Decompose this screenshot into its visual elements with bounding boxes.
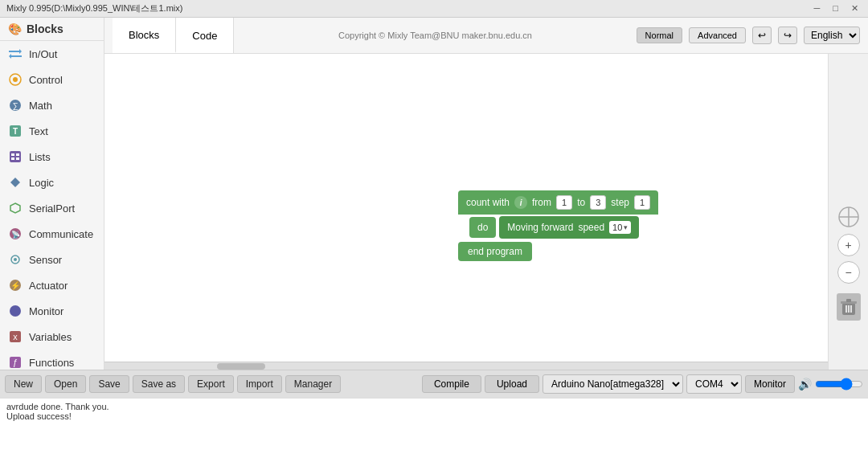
svg-point-20 xyxy=(14,258,17,261)
save-button[interactable]: Save xyxy=(89,375,129,393)
step-label: step xyxy=(611,197,629,208)
sidebar-item-functions[interactable]: ƒ Functions xyxy=(0,350,104,370)
svg-rect-35 xyxy=(846,299,851,302)
sidebar-item-label: Actuator xyxy=(29,280,68,292)
app-title: Mixly 0.995(D:\Mixly0.995_WIN\테스트1.mix) xyxy=(6,2,182,14)
bottom-toolbar: New Open Save Save as Export Import Mana… xyxy=(0,370,868,398)
sidebar-item-communicate[interactable]: 📡 Communicate xyxy=(0,221,104,247)
svg-marker-1 xyxy=(19,49,22,54)
communicate-icon: 📡 xyxy=(8,227,23,241)
top-bar-right: Normal Advanced ↩ ↪ English xyxy=(637,27,860,44)
moving-block[interactable]: Moving forward speed 10 ▾ xyxy=(499,216,639,239)
sidebar-item-label: In/Out xyxy=(29,48,57,60)
saveas-button[interactable]: Save as xyxy=(133,375,185,393)
copyright-text: Copyright © Mixly Team@BNU maker.bnu.edu… xyxy=(234,31,636,40)
console-line-1: avrdude done. Thank you. xyxy=(6,402,862,411)
window-controls: ─ □ ✕ xyxy=(811,2,862,14)
from-label: from xyxy=(532,197,551,208)
top-bar: Blocks Code Copyright © Mixly Team@BNU m… xyxy=(104,18,868,54)
maximize-button[interactable]: □ xyxy=(829,2,841,14)
zoom-out-icon[interactable]: − xyxy=(837,261,860,284)
sidebar-title: Blocks xyxy=(27,22,63,35)
tab-code[interactable]: Code xyxy=(176,18,234,53)
blocks-container: count with i from 1 to 3 step 1 do xyxy=(458,190,658,261)
svg-text:x: x xyxy=(13,332,18,341)
svg-text:ƒ: ƒ xyxy=(13,358,18,367)
blocks-icon: 🎨 xyxy=(8,22,22,35)
sensor-icon xyxy=(8,252,23,267)
new-button[interactable]: New xyxy=(5,375,42,393)
end-block[interactable]: end program xyxy=(458,242,532,261)
sidebar-item-math[interactable]: ∑ Math xyxy=(0,92,104,118)
import-button[interactable]: Import xyxy=(237,375,282,393)
to-value[interactable]: 3 xyxy=(590,195,606,210)
do-block: do xyxy=(469,217,496,238)
count-block[interactable]: count with i from 1 to 3 step 1 xyxy=(458,190,658,215)
upload-button[interactable]: Upload xyxy=(485,375,539,393)
sidebar-item-actuator[interactable]: ⚡ Actuator xyxy=(0,272,104,298)
sidebar-item-inout[interactable]: In/Out xyxy=(0,41,104,67)
speed-label: speed xyxy=(578,222,604,233)
svg-rect-10 xyxy=(10,151,21,162)
sidebar-item-control[interactable]: Control xyxy=(0,67,104,92)
svg-text:⚡: ⚡ xyxy=(10,280,21,291)
svg-text:T: T xyxy=(13,127,18,136)
redo-button[interactable]: ↪ xyxy=(778,27,797,44)
sidebar-item-lists[interactable]: Lists xyxy=(0,144,104,170)
speed-value[interactable]: 10 ▾ xyxy=(609,221,631,234)
export-button[interactable]: Export xyxy=(188,375,234,393)
lists-icon xyxy=(8,149,23,164)
port-selector[interactable]: COM4 xyxy=(686,374,742,394)
compile-button[interactable]: Compile xyxy=(422,375,481,393)
tab-blocks[interactable]: Blocks xyxy=(113,18,176,53)
sidebar-header: 🎨 Blocks xyxy=(0,18,104,41)
trash-icon[interactable] xyxy=(837,293,861,321)
count-prefix: count with xyxy=(466,197,510,208)
actuator-icon: ⚡ xyxy=(8,278,23,292)
sidebar-item-label: Text xyxy=(29,125,48,137)
language-selector[interactable]: English xyxy=(804,27,860,44)
monitor-button[interactable]: Monitor xyxy=(745,375,795,393)
right-panel: + − xyxy=(828,54,868,370)
sidebar-item-label: SerialPort xyxy=(29,202,75,215)
undo-button[interactable]: ↩ xyxy=(752,27,772,44)
board-selector[interactable]: Arduino Nano[atmega328] xyxy=(542,374,683,394)
sidebar-item-label: Math xyxy=(29,100,52,112)
sidebar-item-label: Variables xyxy=(29,331,72,343)
sidebar-item-label: Control xyxy=(29,74,63,86)
title-bar: Mixly 0.995(D:\Mixly0.995_WIN\테스트1.mix) … xyxy=(0,0,868,18)
svg-rect-12 xyxy=(16,153,19,156)
math-icon: ∑ xyxy=(8,98,23,112)
sidebar-item-monitor[interactable]: Monitor xyxy=(0,298,104,324)
svg-marker-15 xyxy=(10,178,20,187)
svg-point-5 xyxy=(13,77,18,82)
zoom-in-icon[interactable]: + xyxy=(837,234,860,256)
svg-marker-16 xyxy=(10,203,20,213)
manager-button[interactable]: Manager xyxy=(285,375,341,393)
normal-mode-button[interactable]: Normal xyxy=(637,27,682,43)
sidebar-item-variables[interactable]: x Variables xyxy=(0,324,104,350)
sidebar-item-sensor[interactable]: Sensor xyxy=(0,247,104,272)
step-value[interactable]: 1 xyxy=(634,195,650,210)
close-button[interactable]: ✕ xyxy=(848,2,862,14)
text-icon: T xyxy=(8,124,23,138)
sidebar-item-serialport[interactable]: SerialPort xyxy=(0,195,104,221)
volume-slider[interactable] xyxy=(815,378,863,390)
sidebar-item-label: Logic xyxy=(29,177,54,189)
to-label: to xyxy=(577,197,585,208)
functions-icon: ƒ xyxy=(8,355,23,370)
open-button[interactable]: Open xyxy=(45,375,86,393)
sidebar-item-text[interactable]: T Text xyxy=(0,118,104,144)
var-icon: i xyxy=(514,196,527,209)
crosshair-icon[interactable] xyxy=(837,205,861,229)
sidebar-item-logic[interactable]: Logic xyxy=(0,170,104,195)
from-value[interactable]: 1 xyxy=(556,195,572,210)
sidebar-item-label: Sensor xyxy=(29,254,62,266)
monitor-icon xyxy=(8,304,23,318)
canvas-area: count with i from 1 to 3 step 1 do xyxy=(104,54,828,370)
logic-icon xyxy=(8,175,23,190)
volume-icon: 🔊 xyxy=(798,378,812,390)
h-scrollbar[interactable] xyxy=(104,362,828,370)
advanced-mode-button[interactable]: Advanced xyxy=(689,27,746,43)
minimize-button[interactable]: ─ xyxy=(811,2,824,14)
